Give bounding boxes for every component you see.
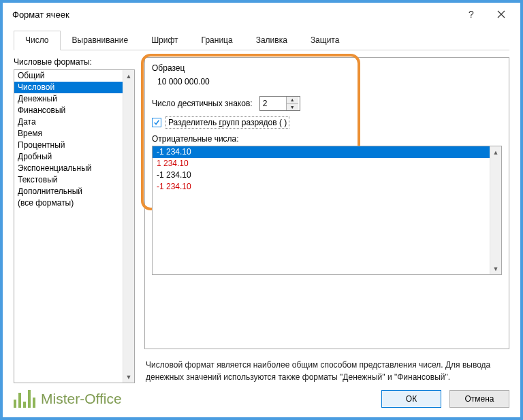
format-settings-column: Образец 10 000 000.00 Число десятичных з… (144, 57, 509, 383)
spinner-down-icon[interactable]: ▼ (287, 104, 298, 111)
decimals-input[interactable] (260, 97, 286, 110)
scroll-down-icon[interactable]: ▼ (490, 263, 501, 274)
help-button[interactable]: ? (456, 4, 486, 25)
brand-text: Mister-Office (41, 391, 122, 407)
scroll-up-icon[interactable]: ▲ (123, 70, 134, 82)
format-category-column: Числовые форматы: ОбщийЧисловойДенежныйФ… (14, 57, 135, 383)
scrollbar[interactable]: ▲ ▼ (123, 70, 134, 383)
sample-label: Образец (152, 63, 502, 73)
window-title: Формат ячеек (12, 10, 456, 20)
negatives-list[interactable]: -1 234.101 234.10-1 234.10-1 234.10 ▲ ▼ (152, 146, 502, 275)
list-item[interactable]: 1 234.10 (153, 158, 501, 169)
formats-list[interactable]: ОбщийЧисловойДенежныйФинансовыйДатаВремя… (14, 69, 135, 383)
tab-выравнивание[interactable]: Выравнивание (61, 31, 140, 50)
tab-body: Числовые форматы: ОбщийЧисловойДенежныйФ… (14, 57, 509, 383)
scroll-up-icon[interactable]: ▲ (490, 146, 501, 158)
cancel-button[interactable]: Отмена (449, 390, 509, 408)
list-item[interactable]: Общий (14, 70, 134, 82)
settings-panel: Образец 10 000 000.00 Число десятичных з… (144, 57, 509, 349)
scroll-down-icon[interactable]: ▼ (123, 371, 134, 383)
brand-bars-icon (14, 390, 35, 408)
thousands-separator-row: Разделитель групп разрядов ( ) (152, 116, 502, 129)
format-hint: Числовой формат является наиболее общим … (146, 359, 508, 383)
thousands-separator-checkbox[interactable] (152, 118, 161, 127)
list-item[interactable]: Дробный (14, 151, 134, 163)
close-icon (497, 10, 505, 18)
list-item[interactable]: Процентный (14, 140, 134, 151)
tab-заливка[interactable]: Заливка (244, 31, 299, 50)
list-item[interactable]: Дата (14, 116, 134, 128)
ok-button[interactable]: ОК (381, 390, 441, 408)
thousands-separator-label[interactable]: Разделитель групп разрядов ( ) (165, 116, 289, 129)
decimals-spinner[interactable]: ▲ ▼ (259, 96, 300, 111)
close-button[interactable] (486, 4, 516, 25)
formats-label: Числовые форматы: (14, 57, 135, 67)
list-item[interactable]: -1 234.10 (153, 146, 501, 158)
list-item[interactable]: Денежный (14, 93, 134, 105)
scrollbar[interactable]: ▲ ▼ (490, 146, 501, 274)
list-item[interactable]: Финансовый (14, 105, 134, 116)
tab-шрифт[interactable]: Шрифт (140, 31, 189, 50)
format-cells-dialog: Формат ячеек ? ЧислоВыравниваниеШрифтГра… (0, 0, 523, 420)
spinner-up-icon[interactable]: ▲ (287, 97, 298, 104)
dialog-content: ЧислоВыравниваниеШрифтГраницаЗаливкаЗащи… (3, 26, 520, 383)
tab-защита[interactable]: Защита (299, 31, 351, 50)
list-item[interactable]: -1 234.10 (153, 169, 501, 181)
decimals-row: Число десятичных знаков: ▲ ▼ (152, 96, 502, 111)
list-item[interactable]: (все форматы) (14, 197, 134, 209)
dialog-footer: Mister-Office ОК Отмена (3, 383, 520, 417)
tabstrip: ЧислоВыравниваниеШрифтГраницаЗаливкаЗащи… (14, 30, 509, 50)
list-item[interactable]: -1 234.10 (153, 181, 501, 193)
list-item[interactable]: Экспоненциальный (14, 163, 134, 174)
decimals-label: Число десятичных знаков: (152, 99, 253, 108)
titlebar: Формат ячеек ? (3, 3, 520, 26)
list-item[interactable]: Дополнительный (14, 186, 134, 197)
tab-число[interactable]: Число (14, 31, 61, 50)
tab-граница[interactable]: Граница (190, 31, 244, 50)
list-item[interactable]: Время (14, 128, 134, 140)
negatives-label: Отрицательные числа: (152, 134, 502, 144)
brand-logo: Mister-Office (14, 390, 373, 408)
checkmark-icon (153, 119, 160, 126)
list-item[interactable]: Текстовый (14, 174, 134, 186)
list-item[interactable]: Числовой (14, 82, 134, 93)
sample-value: 10 000 000.00 (157, 77, 502, 86)
